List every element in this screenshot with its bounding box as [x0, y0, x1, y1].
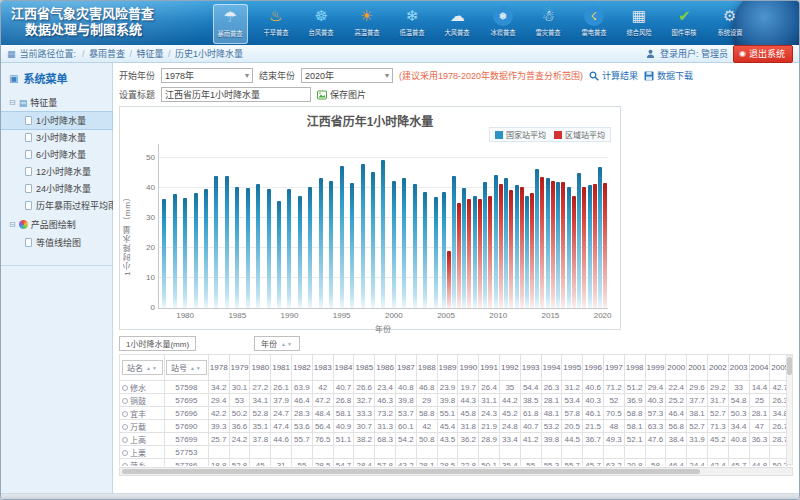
sidebar-item-24h-precipitation[interactable]: 24小时降水量 — [1, 180, 112, 197]
value-cell: 53.7 — [395, 407, 416, 420]
unit-selector[interactable]: 1小时降水量(mm) — [119, 336, 196, 351]
value-cell: 31.9 — [687, 433, 708, 446]
value-cell: 54.8 — [728, 394, 749, 407]
bar-国家站平均-2003 — [423, 192, 427, 308]
station-name: 铜鼓 — [130, 397, 146, 406]
col-header-year: 1998 — [624, 355, 645, 381]
station-radio[interactable] — [122, 424, 128, 430]
toolbar-item-system-settings[interactable]: ⚙系统设置 — [713, 4, 747, 44]
toolbar-item-map-review[interactable]: ✔图件审核 — [667, 4, 701, 44]
station-radio[interactable] — [122, 411, 128, 417]
breadcrumb-item[interactable]: 特征量 — [137, 49, 164, 59]
toolbar-item-lightning-survey[interactable]: ☇雷电普查 — [576, 4, 610, 44]
bar-国家站平均-2018 — [577, 173, 581, 308]
vertical-scrollbar-thumb[interactable] — [787, 357, 792, 375]
save-image-button[interactable]: 保存图片 — [317, 88, 366, 101]
x-tick-label: 2020 — [594, 311, 612, 320]
sidebar-group-product-mapping[interactable]: ⊟产品图绘制 — [1, 214, 112, 234]
value-cell: 48 — [603, 420, 624, 433]
x-tick-label: 1990 — [281, 311, 299, 320]
table-scroll-area[interactable]: 站名▲▼站号▲▼19781979198019811982198319841985… — [119, 354, 793, 466]
year-slot — [524, 144, 534, 308]
page-icon — [25, 133, 32, 142]
year-slot: 1985 — [232, 144, 242, 308]
sidebar-item-contour-drawing[interactable]: 等值线绘图 — [1, 234, 112, 251]
bar-区域站平均-2019 — [593, 184, 597, 309]
col-header-year: 2002 — [707, 355, 728, 381]
bar-区域站平均-2020 — [603, 183, 607, 308]
value-cell: 50.1 — [479, 459, 500, 467]
bar-国家站平均-1981 — [194, 193, 198, 309]
breadcrumb-bar: ▦ 当前路径位置: / 暴雨普查 / 特征量 / 历史1小时降水量 登录用户: … — [1, 45, 799, 63]
scrollbar-thumb[interactable] — [122, 469, 700, 474]
station-name-cell: 上栗 — [120, 446, 165, 459]
breadcrumb-item[interactable]: 历史1小时降水量 — [175, 49, 243, 59]
sidebar-item-3h-precipitation[interactable]: 3小时降水量 — [1, 129, 112, 146]
toolbar-item-typhoon-survey[interactable]: ☸台风普查 — [304, 4, 338, 44]
start-year-select[interactable]: 1978年 ▾ — [161, 68, 253, 83]
legend-label: 区域站平均 — [565, 129, 605, 140]
sidebar-item-1h-precipitation[interactable]: 1小时降水量 — [1, 112, 112, 129]
name-sort-button[interactable]: 站名▲▼ — [122, 360, 163, 375]
horizontal-scrollbar[interactable] — [119, 467, 793, 476]
toolbar-item-high-temp-survey[interactable]: ☀高温普查 — [349, 4, 383, 44]
bar-国家站平均-1987 — [256, 184, 260, 308]
calc-result-button[interactable]: 计算结果 — [589, 69, 638, 82]
sidebar-tree: ⊟▤特征量1小时降水量3小时降水量6小时降水量12小时降水量24小时降水量历年暴… — [1, 92, 112, 251]
station-name-cell: 万载 — [120, 420, 165, 433]
chart-title-input[interactable] — [161, 87, 311, 102]
bar-国家站平均-1979 — [173, 194, 177, 308]
y-tick-label: 20 — [135, 243, 155, 252]
data-download-button[interactable]: 数据下载 — [644, 69, 693, 82]
toolbar-item-label: 高温普查 — [354, 28, 379, 37]
station-radio[interactable] — [122, 437, 128, 443]
year-slot — [472, 144, 482, 308]
bar-国家站平均-2005 — [442, 192, 446, 308]
value-cell: 28.9 — [479, 433, 500, 446]
toolbar-item-drought-survey[interactable]: ♨干旱普查 — [259, 4, 293, 44]
table-row: 宜丰5769642.250.252.824.728.348.458.133.37… — [120, 407, 794, 420]
range-note: (建议采用1978-2020年数据作为普查分析范围) — [399, 69, 583, 82]
value-cell: 23.9 — [437, 381, 458, 394]
table-header-row: 站名▲▼站号▲▼19781979198019811982198319841985… — [120, 355, 794, 381]
chart-title-label: 设置标题 — [119, 88, 155, 101]
toolbar-item-hail-survey[interactable]: ❅冰雹普查 — [486, 4, 520, 44]
sidebar-item-annual-rainstorm-process-mean[interactable]: 历年暴雨过程平均雨量 — [1, 197, 112, 214]
col-header-year: 1990 — [458, 355, 479, 381]
sidebar-group-feature-quantities[interactable]: ⊟▤特征量 — [1, 92, 112, 112]
year-sort-control[interactable]: 年份 ▲▼ — [254, 336, 300, 351]
station-radio[interactable] — [122, 398, 128, 404]
value-cell: 42 — [416, 420, 437, 433]
value-cell: 29.4 — [645, 381, 666, 394]
station-name-cell: 上高 — [120, 433, 165, 446]
rainstorm-survey-icon: ☂ — [220, 7, 240, 27]
sidebar-item-12h-precipitation[interactable]: 12小时降水量 — [1, 163, 112, 180]
station-radio[interactable] — [122, 450, 128, 456]
toolbar-item-rainstorm-survey[interactable]: ☂暴雨普查 — [213, 4, 248, 44]
toolbar-item-snow-survey[interactable]: ☃雪灾普查 — [531, 4, 565, 44]
value-cell: 25.7 — [208, 433, 229, 446]
toolbar-item-wind-survey[interactable]: ☁大风普查 — [440, 4, 474, 44]
toolbar-item-low-temp-survey[interactable]: ❄低温普查 — [395, 4, 429, 44]
bar-国家站平均-2019 — [588, 185, 592, 308]
col-header-year: 2004 — [749, 355, 770, 381]
station-radio[interactable] — [122, 463, 128, 466]
vertical-scrollbar[interactable] — [786, 355, 793, 465]
sidebar-item-6h-precipitation[interactable]: 6小时降水量 — [1, 146, 112, 163]
breadcrumb-item[interactable]: 暴雨普查 — [89, 49, 125, 59]
table-row: 修水5759834.230.127.226.163.94240.726.623.… — [120, 381, 794, 394]
collapse-icon[interactable]: ⊟ — [9, 220, 16, 229]
collapse-icon[interactable]: ⊟ — [9, 98, 16, 107]
logout-button[interactable]: ◉ 退出系统 — [733, 45, 793, 63]
col-header-year: 1994 — [541, 355, 562, 381]
id-sort-button[interactable]: 站号▲▼ — [166, 360, 207, 375]
value-cell: 34.2 — [208, 381, 229, 394]
year-slot — [159, 144, 169, 308]
value-cell — [707, 446, 728, 459]
end-year-select[interactable]: 2020年 ▾ — [301, 68, 393, 83]
year-slot — [274, 144, 284, 308]
station-radio[interactable] — [122, 385, 128, 391]
value-cell: 45.7 — [583, 459, 604, 467]
toolbar-item-comprehensive-risk[interactable]: ▦综合风险 — [622, 4, 656, 44]
value-cell — [749, 446, 770, 459]
